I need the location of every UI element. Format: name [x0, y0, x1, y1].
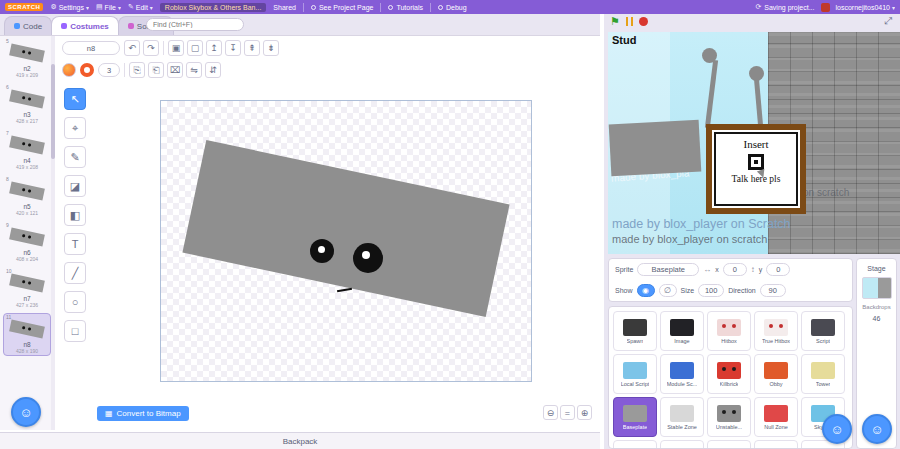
see-project-page-link[interactable]: See Project Page	[311, 4, 373, 11]
fullscreen-icon[interactable]: ⤢	[884, 15, 892, 27]
user-avatar[interactable]	[821, 3, 830, 12]
convert-to-bitmap-button[interactable]: ▦ Convert to Bitmap	[97, 406, 189, 421]
clipboard-button[interactable]: ⎗	[148, 62, 164, 78]
sprite-tile[interactable]	[660, 440, 704, 449]
sprite-name: Local Script	[621, 381, 650, 387]
sprite-tile[interactable]: Module Sc...	[660, 354, 704, 394]
costume-name-input[interactable]	[62, 41, 120, 55]
paint-tool-button[interactable]: ○	[64, 291, 86, 313]
clipboard-button[interactable]: ⌧	[167, 62, 183, 78]
sprite-tile[interactable]	[613, 440, 657, 449]
costume-item[interactable]: 5 n2 419 x 209	[3, 37, 51, 80]
costume-item[interactable]: 6 n3 428 x 217	[3, 83, 51, 126]
paint-tool-button[interactable]: □	[64, 320, 86, 342]
costume-item[interactable]: 7 n4 419 x 208	[3, 129, 51, 172]
sprite-tile[interactable]: Local Script	[613, 354, 657, 394]
sprite-tile[interactable]: Unstable...	[707, 397, 751, 437]
account-menu[interactable]: loscornejitos0410	[836, 4, 896, 11]
arrange-button[interactable]: ⇞	[244, 40, 260, 56]
scrollbar-thumb[interactable]	[51, 64, 55, 159]
x-position-input[interactable]	[723, 263, 747, 276]
stud-label: Stud	[612, 34, 636, 46]
editor-tab[interactable]: Costumes	[51, 16, 119, 35]
arrange-button[interactable]: ▣	[168, 40, 184, 56]
costume-scrollbar[interactable]	[51, 36, 55, 430]
backdrop-thumbnail[interactable]	[862, 277, 892, 299]
zoom-button[interactable]: ⊕	[577, 405, 592, 420]
sprite-tile[interactable]: Null Zone	[754, 397, 798, 437]
sprite-thumbnail	[811, 319, 835, 336]
menu-edit[interactable]: ✎ Edit	[128, 3, 153, 11]
sprite-tile[interactable]: True Hitbox	[754, 311, 798, 351]
sprite-tile[interactable]: Obby	[754, 354, 798, 394]
divider	[163, 41, 164, 55]
paint-tool-button[interactable]: ◪	[64, 175, 86, 197]
y-position-input[interactable]	[766, 263, 790, 276]
add-costume-button[interactable]: ☺	[11, 397, 41, 427]
sprite-tile[interactable]: Script	[801, 311, 845, 351]
clipboard-button[interactable]: ⎘	[129, 62, 145, 78]
zoom-button[interactable]: ⊖	[543, 405, 558, 420]
find-input[interactable]	[146, 18, 244, 31]
costume-item[interactable]: 9 n6 408 x 204	[3, 221, 51, 264]
fill-color-swatch[interactable]	[62, 63, 76, 77]
direction-input[interactable]	[760, 284, 786, 297]
clipboard-button[interactable]: ⇋	[186, 62, 202, 78]
sprite-tile[interactable]: Hitbox	[707, 311, 751, 351]
paint-tool-button[interactable]: ⌖	[64, 117, 86, 139]
sprite-tile[interactable]	[754, 440, 798, 449]
history-button[interactable]: ↶	[124, 40, 140, 56]
sprite-name: Script	[816, 338, 830, 344]
sign-text-bottom: Talk here pls	[732, 174, 781, 184]
show-button[interactable]: ◉	[637, 284, 655, 297]
paint-tool-button[interactable]: T	[64, 233, 86, 255]
stop-icon[interactable]	[639, 17, 648, 26]
menu-settings[interactable]: ⚙ Settings	[50, 3, 89, 11]
outline-color-swatch[interactable]	[80, 63, 94, 77]
editor-tab[interactable]: Code	[4, 16, 52, 35]
sprite-thumbnail	[811, 362, 835, 379]
watermark-text: made by blox_player on scratch	[612, 233, 767, 245]
zoom-button[interactable]: =	[560, 405, 575, 420]
costume-name: n3	[5, 111, 49, 118]
menu-file[interactable]: ▤ File	[96, 3, 121, 11]
paint-tool-button[interactable]: ◧	[64, 204, 86, 226]
arrange-button[interactable]: ▢	[187, 40, 203, 56]
arrange-button[interactable]: ⇟	[263, 40, 279, 56]
hide-button[interactable]: ∅	[659, 284, 677, 297]
stage-panel-title: Stage	[867, 265, 885, 272]
tutorials-link[interactable]: Tutorials	[388, 4, 423, 11]
scratch-logo[interactable]: SCRATCH	[5, 3, 43, 11]
sprite-tile[interactable]	[707, 440, 751, 449]
clipboard-button[interactable]: ⇵	[205, 62, 221, 78]
sprite-thumbnail	[670, 319, 694, 336]
project-title[interactable]: Roblox Skybox & Others Ban...	[160, 3, 267, 12]
stage-viewport[interactable]: made by blox_pla made by blox_player on …	[608, 32, 900, 254]
backpack-bar[interactable]: Backpack	[0, 432, 600, 449]
add-backdrop-button[interactable]: ☺	[862, 414, 892, 444]
paint-tool-button[interactable]: ╱	[64, 262, 86, 284]
sprite-tile[interactable]: Baseplate	[613, 397, 657, 437]
arrange-button[interactable]: ↥	[206, 40, 222, 56]
add-sprite-button[interactable]: ☺	[822, 414, 852, 444]
drawing-mouth	[337, 288, 352, 293]
sprite-tile[interactable]: Stable Zone	[660, 397, 704, 437]
stroke-width-input[interactable]	[98, 63, 120, 77]
history-button[interactable]: ↷	[143, 40, 159, 56]
paint-tool-button[interactable]: ✎	[64, 146, 86, 168]
arrange-button[interactable]: ↧	[225, 40, 241, 56]
sprite-tile[interactable]: Image	[660, 311, 704, 351]
sprite-tile[interactable]: Spawn	[613, 311, 657, 351]
debug-link[interactable]: Debug	[438, 4, 467, 11]
sprite-tile[interactable]: Killbrick	[707, 354, 751, 394]
pause-icon[interactable]	[626, 17, 633, 26]
costume-item[interactable]: 10 n7 427 x 236	[3, 267, 51, 310]
costume-item[interactable]: 11 n8 428 x 190	[3, 313, 51, 356]
costume-item[interactable]: 8 n5 420 x 121	[3, 175, 51, 218]
sprite-tile[interactable]: Tower	[801, 354, 845, 394]
paint-tool-button[interactable]: ↖	[64, 88, 86, 110]
sprite-name-input[interactable]	[637, 263, 699, 276]
size-input[interactable]	[698, 284, 724, 297]
green-flag-icon[interactable]: ⚑	[610, 16, 620, 27]
paint-canvas[interactable]	[160, 100, 532, 382]
